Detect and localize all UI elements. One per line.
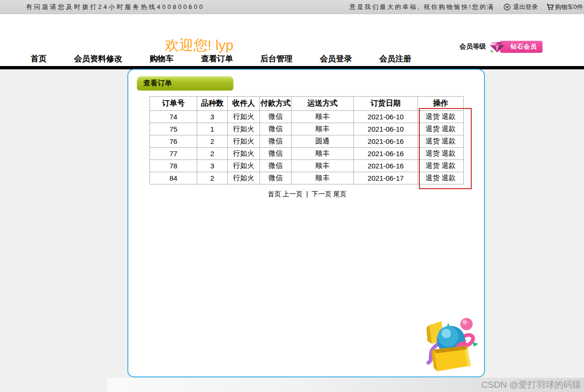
order-date: 2021-06-16 <box>354 135 418 148</box>
order-id: 77 <box>150 148 197 160</box>
refund-link[interactable]: 退款 <box>442 137 456 145</box>
logout-label: 退出登录 <box>513 3 538 11</box>
actions-cell: 退货 退款 <box>418 123 464 135</box>
item-count: 1 <box>197 123 228 135</box>
topbar-right-group: 意是我们最大的幸福, 祝你购物愉快!您的满 退出登录 购物车0件 <box>350 3 584 11</box>
col-order-id: 订单号 <box>150 97 197 111</box>
payment: 微信 <box>260 160 292 172</box>
pagination-last[interactable]: 尾页 <box>334 190 347 198</box>
table-row: 84 2 行如火 微信 顺丰 2021-06-17 退货 退款 <box>150 172 464 184</box>
pagination-separator: | <box>306 190 308 198</box>
refund-link[interactable]: 退款 <box>442 161 456 169</box>
logout-button[interactable]: 退出登录 <box>503 3 538 11</box>
order-id: 76 <box>150 135 197 148</box>
item-count: 3 <box>197 111 228 123</box>
col-order-date: 订货日期 <box>354 97 418 111</box>
member-badge-label: 钻石会员 <box>500 41 542 53</box>
table-row: 74 3 行如火 微信 顺丰 2021-06-10 退货 退款 <box>150 111 464 123</box>
return-goods-link[interactable]: 退货 <box>425 174 440 182</box>
welcome-message: 欢迎您! lyp <box>165 36 234 55</box>
shipping: 顺丰 <box>292 111 354 123</box>
recipient: 行如火 <box>228 172 260 184</box>
order-id: 75 <box>150 123 197 135</box>
nav-item-admin[interactable]: 后台管理 <box>260 53 292 64</box>
order-date: 2021-06-10 <box>354 123 418 135</box>
orders-panel: 查看订单 订单号 品种数 收件人 付款方式 运送方式 订货日期 操作 74 <box>127 69 485 377</box>
table-row: 78 3 行如火 微信 顺丰 2021-06-16 退货 退款 <box>150 160 464 172</box>
logout-circle-x-icon <box>503 3 511 11</box>
orders-header-row: 订单号 品种数 收件人 付款方式 运送方式 订货日期 操作 <box>150 97 464 111</box>
cart-label: 购物车0件 <box>555 3 583 11</box>
table-row: 76 2 行如火 微信 圆通 2021-06-16 退货 退款 <box>150 135 464 148</box>
pagination-first[interactable]: 首页 <box>267 190 281 198</box>
order-date: 2021-06-17 <box>354 172 418 184</box>
member-level-label: 会员等级 <box>459 42 486 51</box>
col-recipient: 收件人 <box>228 97 260 111</box>
order-id: 74 <box>150 111 197 123</box>
cart-icon <box>546 3 554 11</box>
actions-cell: 退货 退款 <box>418 135 464 148</box>
return-goods-link[interactable]: 退货 <box>425 137 440 145</box>
table-row: 75 1 行如火 微信 顺丰 2021-06-10 退货 退款 <box>150 123 464 135</box>
diamond-gem-icon <box>490 40 505 53</box>
announcement-marquee: 意是我们最大的幸福, 祝你购物愉快!您的满 <box>350 3 495 11</box>
shipping: 顺丰 <box>292 123 354 135</box>
return-goods-link[interactable]: 退货 <box>425 149 440 157</box>
pagination-prev[interactable]: 上一页 <box>283 190 302 198</box>
pagination: 首页 上一页 | 下一页 尾页 <box>128 190 486 199</box>
recipient: 行如火 <box>228 135 260 148</box>
return-goods-link[interactable]: 退货 <box>425 112 440 120</box>
actions-cell: 退货 退款 <box>418 160 464 172</box>
actions-cell: 退货 退款 <box>418 148 464 160</box>
pagination-next[interactable]: 下一页 <box>312 190 332 198</box>
item-count: 2 <box>197 148 228 160</box>
cart-button[interactable]: 购物车0件 <box>546 3 583 11</box>
recipient: 行如火 <box>228 148 260 160</box>
recipient: 行如火 <box>228 160 260 172</box>
shipping: 顺丰 <box>292 148 354 160</box>
site-header: 欢迎您! lyp 会员等级 钻石会员 <box>0 14 584 51</box>
order-date: 2021-06-10 <box>354 111 418 123</box>
shipping: 顺丰 <box>292 172 354 184</box>
payment: 微信 <box>260 123 292 135</box>
service-hotline-text: 有问题请您及时拨打24小时服务热线400800600 <box>0 3 205 11</box>
payment: 微信 <box>260 172 292 184</box>
nav-item-profile-edit[interactable]: 会员资料修改 <box>74 53 122 64</box>
member-level-badge: 钻石会员 <box>490 40 542 53</box>
nav-item-home[interactable]: 首页 <box>31 53 47 64</box>
top-bar: 有问题请您及时拨打24小时服务热线400800600 意是我们最大的幸福, 祝你… <box>0 0 584 14</box>
item-count: 3 <box>197 160 228 172</box>
refund-link[interactable]: 退款 <box>442 125 456 133</box>
gift-box-illustration <box>422 313 481 373</box>
col-actions: 操作 <box>418 97 464 111</box>
csdn-watermark: CSDN @爱打羽球的码猿 <box>482 379 581 391</box>
member-level-area: 会员等级 钻石会员 <box>459 40 542 53</box>
main-area: 查看订单 订单号 品种数 收件人 付款方式 运送方式 订货日期 操作 74 <box>0 69 584 392</box>
order-date: 2021-06-16 <box>354 160 418 172</box>
view-orders-tab-label: 查看订单 <box>137 79 172 88</box>
refund-link[interactable]: 退款 <box>442 149 456 157</box>
view-orders-tab[interactable]: 查看订单 <box>137 76 234 91</box>
item-count: 2 <box>197 135 228 148</box>
order-id: 78 <box>150 160 197 172</box>
payment: 微信 <box>260 111 292 123</box>
table-row: 77 2 行如火 微信 顺丰 2021-06-16 退货 退款 <box>150 148 464 160</box>
nav-item-register[interactable]: 会员注册 <box>379 53 411 64</box>
return-goods-link[interactable]: 退货 <box>425 161 440 169</box>
item-count: 2 <box>197 172 228 184</box>
nav-item-login[interactable]: 会员登录 <box>320 53 352 64</box>
col-item-count: 品种数 <box>197 97 228 111</box>
payment: 微信 <box>260 135 292 148</box>
actions-cell: 退货 退款 <box>418 111 464 123</box>
recipient: 行如火 <box>228 111 260 123</box>
refund-link[interactable]: 退款 <box>442 174 456 182</box>
order-date: 2021-06-16 <box>354 148 418 160</box>
shipping: 圆通 <box>292 135 354 148</box>
col-shipping: 运送方式 <box>292 97 354 111</box>
return-goods-link[interactable]: 退货 <box>425 125 440 133</box>
refund-link[interactable]: 退款 <box>442 112 456 120</box>
order-id: 84 <box>150 172 197 184</box>
col-payment: 付款方式 <box>260 97 292 111</box>
shipping: 顺丰 <box>292 160 354 172</box>
payment: 微信 <box>260 148 292 160</box>
